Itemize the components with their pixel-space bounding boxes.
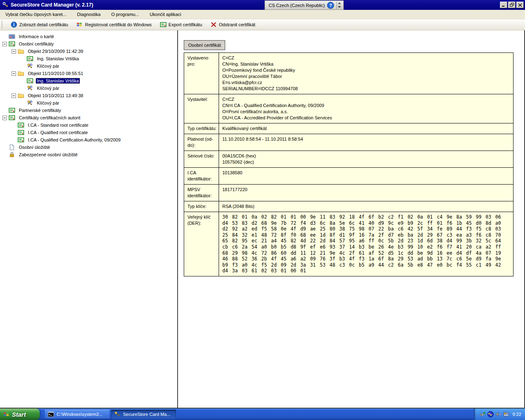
toolbar-button-3[interactable]: Odstranit certifikát: [206, 20, 260, 29]
tree-expander-icon[interactable]: [11, 49, 16, 54]
document-icon: [9, 144, 15, 151]
windows-flag-icon: [3, 411, 10, 418]
detail-row-value: Kvalifikovaný certifikát: [219, 123, 513, 134]
detail-value-line: d2 92 a2 ed f5 58 0e 4f d9 ae 25 80 38 7…: [222, 226, 511, 232]
certificate-icon: [18, 137, 24, 143]
tree-item-label[interactable]: Certifikáty certifikačních autorit: [18, 115, 82, 121]
clock[interactable]: 9:22: [513, 412, 521, 417]
detail-value-line: 46 88 52 36 2b 4f 45 a6 a2 09 76 3f b3 4…: [222, 256, 511, 262]
detail-value-line: 10575062 (dec): [222, 159, 511, 165]
tree-item-label[interactable]: Ing. Stanislav Vrtiška: [36, 78, 80, 84]
tree-item: Klíčový pár: [0, 84, 177, 92]
detail-value-line: d4 53 83 d2 68 9e 7b 72 f4 d3 6c 8a 5e 6…: [222, 220, 511, 226]
tree-item-label[interactable]: Osobní úložiště: [18, 144, 51, 150]
certificate-icon: [27, 78, 33, 84]
tree-item: Ing. Stanislav Vrtiška: [0, 77, 177, 84]
toolbar-button-2[interactable]: Export certifikátu: [156, 20, 206, 29]
detail-row-value: 1817177220: [219, 185, 513, 201]
tree-item-label[interactable]: Osobní certifikáty: [18, 41, 55, 47]
tree-expander-icon[interactable]: [2, 42, 7, 46]
remove-hardware-icon[interactable]: [479, 411, 486, 418]
folder-icon: [18, 48, 24, 55]
detail-value-line: 11.10.2010 8:58:54 - 11.10.2011 8:58:54: [222, 136, 511, 142]
detail-row: Vystaveno pro:C=CZCN=Ing. Stanislav Vrti…: [184, 53, 513, 94]
volume-icon[interactable]: [495, 411, 502, 418]
tree-item: I.CA - Standard root certificate: [0, 121, 177, 129]
certificate-tree: Informace o kartěOsobní certifikátyObjek…: [0, 30, 177, 408]
taskbar-task-0[interactable]: C:\Windows\system3...: [45, 410, 110, 419]
main-content: Informace o kartěOsobní certifikátyObjek…: [0, 30, 525, 409]
card-activity-icon[interactable]: [487, 411, 494, 418]
language-bar[interactable]: CS Czech (Czech Republic) ?: [265, 0, 344, 10]
tree-expander-icon[interactable]: [11, 71, 16, 76]
folder-icon: [18, 92, 24, 99]
menu-item-3[interactable]: Ukončit aplikaci: [144, 11, 186, 18]
tree-item-label[interactable]: I.CA - Standard root certificate: [27, 122, 89, 128]
tree-item-label[interactable]: Objekt 10/10/2011 13:49:38: [27, 93, 84, 98]
menu-item-2[interactable]: O programu...: [106, 11, 144, 18]
smartcard-icon[interactable]: [503, 411, 509, 418]
tree-item-label[interactable]: I.CA - Qualified Certification Authority…: [27, 137, 122, 143]
start-button[interactable]: Start: [0, 409, 40, 420]
certificate-icon: [9, 114, 15, 121]
lock-icon: [9, 151, 15, 158]
toolbar-button-label: Odstranit certifikát: [219, 22, 256, 27]
toolbar-button-0[interactable]: Zobrazit detail certifikátu: [7, 20, 72, 29]
menu-item-1[interactable]: Diagnostika: [72, 11, 106, 18]
tree-item-label[interactable]: Informace o kartě: [18, 34, 55, 39]
detail-row-label: Vystaveno pro:: [184, 53, 219, 94]
detail-value-line: 10138580: [222, 170, 511, 176]
tree-item-label[interactable]: Objekt 29/10/2009 11:42:39: [27, 48, 84, 54]
tree-item-label[interactable]: Klíčový pár: [36, 63, 60, 69]
tree-item-label[interactable]: Objekt 11/10/2010 08:55:51: [27, 71, 84, 76]
tab-osobni-certifikat[interactable]: Osobní certifikát: [184, 40, 225, 50]
detail-row: Vystavitel:C=CZCN=I.CA - Qualified Certi…: [184, 94, 513, 123]
detail-value-line: SERIALNUMBER=IDCCZ 110994708: [222, 86, 511, 92]
tree-item: Certifikáty certifikačních autorit: [0, 114, 177, 121]
detail-value-line: 65 82 95 ec 21 a4 45 82 4d 22 2d 84 57 9…: [222, 238, 511, 244]
certificate-icon: [18, 129, 24, 136]
tree-expander-icon[interactable]: [11, 94, 16, 98]
tree-item-label[interactable]: Zabezpečené osobní úložiště: [18, 152, 79, 158]
tree-item: Klíčový pár: [0, 99, 177, 107]
detail-value-line: OU=I.CA - Accredited Provider of Certifi…: [222, 115, 511, 121]
detail-panel: Osobní certifikát Vystaveno pro:C=CZCN=I…: [178, 30, 524, 408]
start-label: Start: [12, 411, 26, 418]
certificate-icon: [9, 107, 15, 114]
tree-item-label[interactable]: Klíčový pár: [36, 100, 60, 106]
menu-item-0[interactable]: Vybrat čtečku čipových karet...: [0, 11, 72, 18]
tree-item-label[interactable]: I.CA - Qualified root certificate: [27, 130, 89, 135]
toolbar-grip-icon[interactable]: [2, 21, 4, 28]
windows-logo-icon: [76, 21, 83, 28]
detail-row: Veřejný klíč (DER):30 82 01 0a 02 82 01 …: [184, 212, 513, 276]
detail-row: MPSV identifikátor:1817177220: [184, 185, 513, 201]
restore-icon[interactable]: [508, 2, 516, 8]
menu-bar: Vybrat čtečku čipových karet...Diagnosti…: [0, 10, 525, 19]
detail-row-label: Platnost (od-do):: [184, 134, 219, 151]
toolbar-button-1[interactable]: Registrovat certifikát do Windows: [72, 20, 156, 29]
help-icon[interactable]: ?: [327, 2, 334, 9]
detail-value-line: O=Pozemkový fond České republiky: [222, 67, 511, 73]
tree-item-label[interactable]: Ing. Stanislav Vrtiška: [36, 56, 80, 62]
tree-item-label[interactable]: Partnerské certifikáty: [18, 107, 62, 113]
detail-row-value: 11.10.2010 8:58:54 - 11.10.2011 8:58:54: [219, 134, 513, 151]
close-icon[interactable]: [516, 2, 524, 8]
card-icon: [9, 33, 15, 40]
detail-value-line: b9 f3 a0 4c f5 2d 09 2d 3a 31 53 48 c3 0…: [222, 262, 511, 268]
tree-item: Objekt 10/10/2011 13:49:38: [0, 92, 177, 99]
keypair-icon: [27, 63, 33, 69]
tree-item: Ing. Stanislav Vrtiška: [0, 55, 177, 62]
tree-expander-icon[interactable]: [2, 116, 7, 120]
tree-item-label[interactable]: Klíčový pár: [36, 85, 60, 91]
taskbar-task-1[interactable]: SecureStore Card Ma...: [111, 410, 176, 419]
detail-row: Platnost (od-do):11.10.2010 8:58:54 - 11…: [184, 134, 513, 151]
detail-row-value: RSA (2048 Bits): [219, 201, 513, 212]
detail-value-line: 68 29 98 4c 72 86 60 dd 11 12 21 9e 4c 2…: [222, 250, 511, 256]
detail-value-line: cb c6 2a 54 a0 b0 b5 d8 9f ef e6 93 37 1…: [222, 244, 511, 250]
svg-text:?: ?: [329, 3, 332, 8]
minimize-icon[interactable]: [500, 2, 507, 8]
certificate-icon: [18, 122, 24, 128]
language-options-icon[interactable]: [336, 2, 342, 9]
window-controls: [500, 2, 524, 8]
title-bar: SecureStore Card Manager (v. 2.17) CS Cz…: [0, 0, 525, 10]
